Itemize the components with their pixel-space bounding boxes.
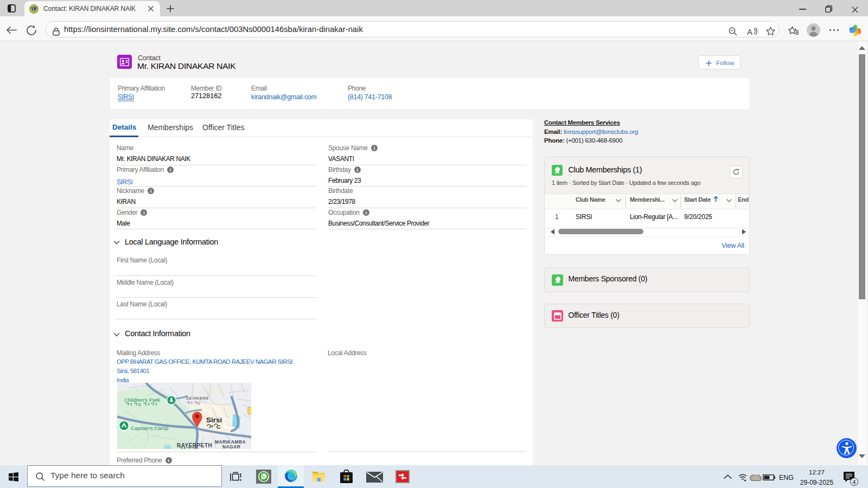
svg-text:DEVIKERE: DEVIKERE bbox=[186, 396, 209, 401]
svg-text:NAGAR: NAGAR bbox=[222, 444, 240, 449]
svg-text:L: L bbox=[33, 7, 35, 11]
svg-text:Sirsi: Sirsi bbox=[206, 416, 222, 424]
svg-text:A: A bbox=[747, 27, 752, 36]
svg-text:Children's Park: Children's Park bbox=[124, 397, 160, 403]
svg-text:Captain's Camp: Captain's Camp bbox=[131, 425, 169, 431]
